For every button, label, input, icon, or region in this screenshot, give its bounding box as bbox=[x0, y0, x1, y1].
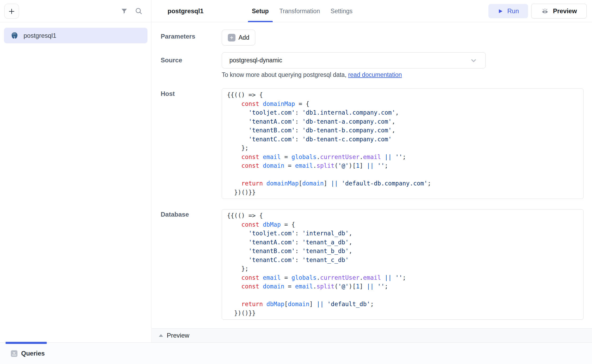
code-line: })()}} bbox=[227, 188, 583, 197]
code-line: 'tenantC.com': 'db-tenant-c.company.com' bbox=[227, 135, 583, 144]
sidebar-toolbar bbox=[0, 0, 151, 22]
query-editor-panel: postgresql1 SetupTransformationSettings … bbox=[152, 0, 592, 342]
code-line: const domain = email.split('@')[1] || ''… bbox=[227, 161, 583, 170]
read-documentation-link[interactable]: read documentation bbox=[348, 71, 402, 78]
query-title: postgresql1 bbox=[168, 0, 204, 22]
chevron-down-icon bbox=[469, 56, 478, 65]
plus-icon bbox=[8, 7, 16, 15]
bottom-panel-bar: Queries bbox=[0, 342, 592, 364]
play-icon bbox=[497, 8, 503, 14]
code-line: const domainMap = { bbox=[227, 100, 583, 109]
search-icon[interactable] bbox=[132, 0, 145, 22]
code-line: 'tenantC.com': 'tenant_c_db' bbox=[227, 256, 583, 265]
query-header: postgresql1 SetupTransformationSettings … bbox=[152, 0, 592, 22]
code-line: 'tenantB.com': 'db-tenant-b.company.com'… bbox=[227, 126, 583, 135]
code-line: {{(() => { bbox=[227, 211, 583, 220]
run-button[interactable]: Run bbox=[488, 4, 528, 18]
preview-section-label: Preview bbox=[167, 332, 189, 339]
code-line: })()}} bbox=[227, 309, 583, 318]
code-line: }; bbox=[227, 264, 583, 273]
database-label: Database bbox=[161, 211, 189, 218]
queries-tab-label: Queries bbox=[21, 350, 45, 357]
code-line bbox=[227, 170, 583, 179]
tab-transformation[interactable]: Transformation bbox=[279, 0, 320, 22]
source-helper-text: To know more about querying postgresql d… bbox=[222, 71, 402, 78]
eye-icon bbox=[541, 7, 549, 15]
code-line: 'tooljet.com': 'internal_db', bbox=[227, 229, 583, 238]
code-line: 'tooljet.com': 'db1.internal.company.com… bbox=[227, 108, 583, 117]
plus-badge-icon bbox=[228, 34, 235, 41]
code-line: const dbMap = { bbox=[227, 220, 583, 229]
database-code-editor[interactable]: {{(() => { const dbMap = { 'tooljet.com'… bbox=[222, 209, 584, 320]
filter-icon[interactable] bbox=[118, 0, 131, 22]
code-line: 'tenantA.com': 'db-tenant-a.company.com'… bbox=[227, 117, 583, 126]
code-line: 'tenantB.com': 'tenant_b_db', bbox=[227, 247, 583, 256]
code-line: return dbMap[domain] || 'default_db'; bbox=[227, 300, 583, 309]
add-query-button[interactable] bbox=[4, 4, 19, 19]
editor-tabs: SetupTransformationSettings bbox=[252, 0, 353, 22]
query-list-sidebar: postgresql1 bbox=[0, 0, 151, 342]
code-line: const email = globals.currentUser.email … bbox=[227, 153, 583, 162]
add-parameter-button[interactable]: Add bbox=[222, 30, 255, 45]
sidebar-item-label: postgresql1 bbox=[24, 32, 56, 39]
source-label: Source bbox=[161, 57, 182, 64]
preview-button[interactable]: Preview bbox=[531, 4, 587, 18]
source-select-value: postgresql-dynamic bbox=[229, 57, 469, 64]
host-label: Host bbox=[161, 90, 175, 97]
preview-section-toggle[interactable]: Preview bbox=[152, 328, 592, 342]
queries-panel-icon bbox=[11, 350, 18, 357]
code-line: }; bbox=[227, 144, 583, 153]
collapse-triangle-icon bbox=[159, 334, 163, 337]
code-line: 'tenantA.com': 'tenant_a_db', bbox=[227, 238, 583, 247]
code-line: return domainMap[domain] || 'default-db.… bbox=[227, 179, 583, 188]
code-line: {{(() => { bbox=[227, 91, 583, 100]
source-select[interactable]: postgresql-dynamic bbox=[222, 52, 486, 68]
code-line: const email = globals.currentUser.email … bbox=[227, 273, 583, 282]
code-line bbox=[227, 291, 583, 300]
header-actions: Run Preview bbox=[488, 0, 587, 22]
tab-settings[interactable]: Settings bbox=[331, 0, 353, 22]
parameters-label: Parameters bbox=[161, 33, 195, 40]
host-code-editor[interactable]: {{(() => { const domainMap = { 'tooljet.… bbox=[222, 88, 584, 199]
tab-setup[interactable]: Setup bbox=[252, 0, 269, 22]
sidebar-item-postgresql1[interactable]: postgresql1 bbox=[4, 28, 147, 43]
queries-panel-tab[interactable]: Queries bbox=[11, 343, 45, 364]
postgresql-icon bbox=[11, 32, 18, 40]
code-line: const domain = email.split('@')[1] || ''… bbox=[227, 282, 583, 291]
